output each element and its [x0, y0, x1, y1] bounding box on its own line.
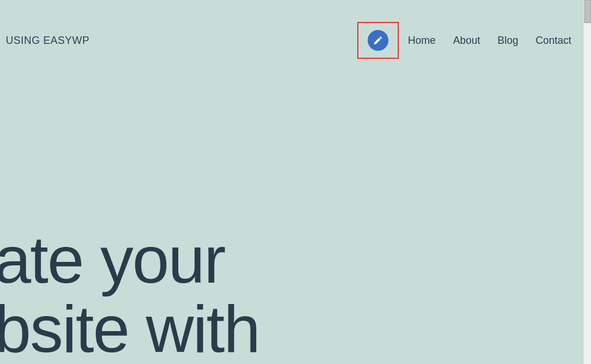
- scrollbar[interactable]: [583, 0, 591, 364]
- hero-line-1: ate your: [0, 225, 591, 295]
- hero-line-2: bsite with: [0, 294, 591, 364]
- site-title: USING EASYWP: [6, 35, 89, 47]
- header: USING EASYWP Home About Blog Contact: [0, 0, 583, 81]
- page-wrapper: USING EASYWP Home About Blog Contact ate…: [0, 0, 591, 364]
- hero-text: ate your bsite with: [0, 225, 591, 365]
- icon-highlight-box: [357, 22, 399, 59]
- edit-icon[interactable]: [368, 30, 388, 51]
- nav-links: Home About Blog Contact: [408, 35, 571, 47]
- nav-area: Home About Blog Contact: [357, 22, 571, 59]
- scrollbar-thumb[interactable]: [584, 0, 591, 23]
- nav-contact[interactable]: Contact: [536, 35, 571, 47]
- nav-about[interactable]: About: [453, 35, 480, 47]
- nav-blog[interactable]: Blog: [498, 35, 518, 47]
- nav-home[interactable]: Home: [408, 35, 436, 47]
